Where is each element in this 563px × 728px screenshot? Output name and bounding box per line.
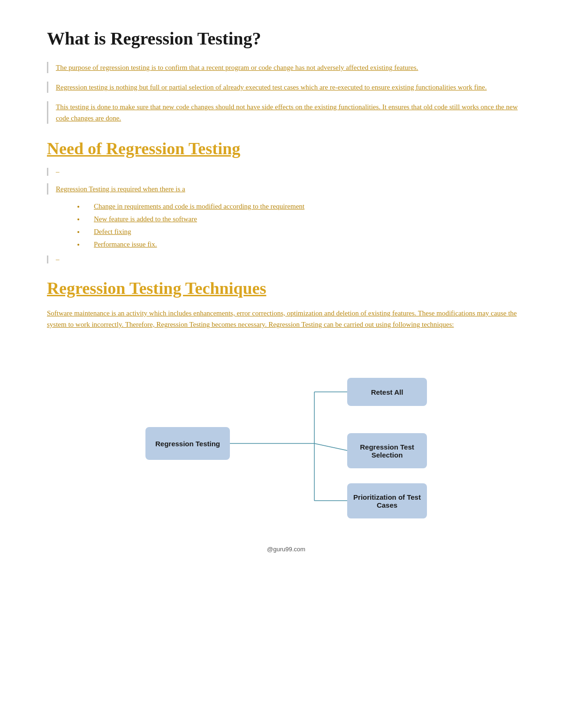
diagram-box-regression-test-selection: Regression Test Selection [347, 433, 427, 468]
techniques-description: Software maintenance is an activity whic… [47, 308, 525, 330]
intro-paragraph-3: This testing is done to make sure that n… [47, 101, 525, 124]
list-item: Change in requirements and code is modif… [84, 200, 525, 213]
diagram-box-retest-all: Retest All [347, 378, 427, 406]
techniques-diagram: Regression Testing Retest All Regression… [47, 345, 525, 542]
intro-paragraph-2: Regression testing is nothing but full o… [47, 82, 525, 93]
copyright-label: @guru99.com [47, 546, 525, 553]
list-item: Defect fixing [84, 225, 525, 238]
diagram-box-left: Regression Testing [145, 427, 230, 460]
need-section-heading: Need of Regression Testing [47, 139, 525, 158]
techniques-section-heading: Regression Testing Techniques [47, 278, 525, 298]
svg-line-3 [314, 443, 347, 450]
list-item: Performance issue fix. [84, 238, 525, 251]
need-dash-before: – [47, 168, 525, 176]
intro-paragraph-1: The purpose of regression testing is to … [47, 62, 525, 73]
need-intro: Regression Testing is required when ther… [47, 183, 525, 195]
diagram-box-prioritization: Prioritization of Test Cases [347, 483, 427, 518]
need-dash-after: – [47, 255, 525, 263]
page-main-title: What is Regression Testing? [47, 28, 525, 49]
list-item: New feature is added to the software [84, 213, 525, 225]
need-bullet-list: Change in requirements and code is modif… [84, 200, 525, 251]
